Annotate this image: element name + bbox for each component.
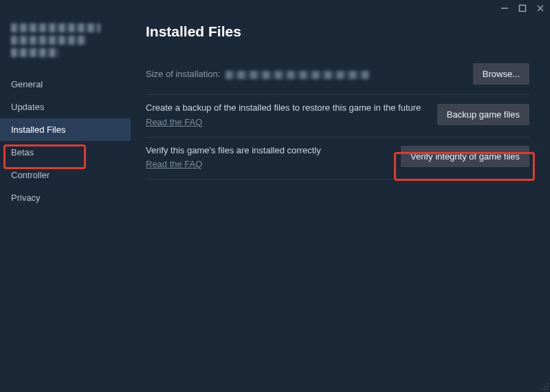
sidebar-item-betas[interactable]: Betas xyxy=(0,141,131,164)
svg-rect-1 xyxy=(520,6,526,12)
sidebar-item-privacy[interactable]: Privacy xyxy=(0,186,131,209)
content-panel: Installed Files Size of installation: Br… xyxy=(131,17,550,392)
sidebar: General Updates Installed Files Betas Co… xyxy=(0,17,131,392)
backup-button[interactable]: Backup game files xyxy=(437,104,529,125)
size-value-redacted xyxy=(226,71,370,79)
svg-point-5 xyxy=(544,386,545,387)
backup-description: Create a backup of the installed files t… xyxy=(146,102,428,114)
resize-grip-icon[interactable] xyxy=(540,382,549,391)
sidebar-item-installed-files[interactable]: Installed Files xyxy=(0,118,131,141)
maximize-button[interactable] xyxy=(518,4,527,12)
window-titlebar xyxy=(0,0,550,17)
svg-point-7 xyxy=(541,389,542,390)
svg-point-9 xyxy=(547,389,548,390)
close-button[interactable] xyxy=(536,4,544,12)
row-backup: Create a backup of the installed files t… xyxy=(146,95,529,138)
browse-button[interactable]: Browse... xyxy=(473,63,529,85)
sidebar-item-controller[interactable]: Controller xyxy=(0,164,131,186)
game-title xyxy=(0,21,131,73)
row-install-size: Size of installation: Browse... xyxy=(146,56,529,95)
backup-faq-link[interactable]: Read the FAQ xyxy=(146,117,202,127)
size-label: Size of installation: xyxy=(146,69,370,79)
page-title: Installed Files xyxy=(146,23,529,40)
verify-faq-link[interactable]: Read the FAQ xyxy=(146,159,202,169)
verify-description: Verify this game's files are installed c… xyxy=(146,144,391,157)
svg-point-8 xyxy=(544,389,545,390)
verify-button[interactable]: Verify integrity of game files xyxy=(401,146,529,167)
row-verify: Verify this game's files are installed c… xyxy=(146,138,529,180)
sidebar-item-updates[interactable]: Updates xyxy=(0,96,131,118)
minimize-button[interactable] xyxy=(500,4,509,12)
sidebar-nav: General Updates Installed Files Betas Co… xyxy=(0,73,131,209)
svg-point-4 xyxy=(547,383,548,384)
svg-point-6 xyxy=(547,386,548,387)
sidebar-item-general[interactable]: General xyxy=(0,73,131,96)
main-area: General Updates Installed Files Betas Co… xyxy=(0,17,550,392)
